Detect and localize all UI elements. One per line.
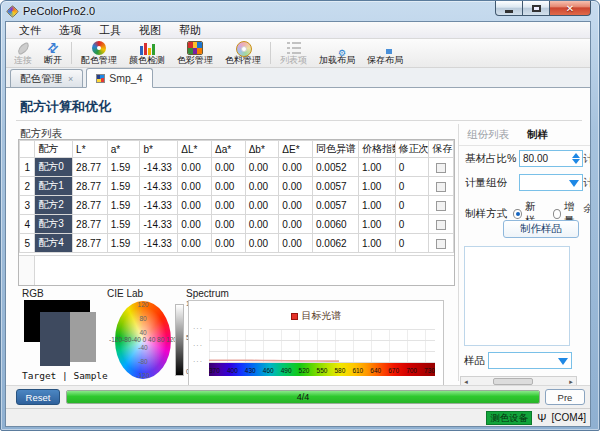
status-bar: 测色设备 Ψ [COM4] xyxy=(6,408,590,426)
table-empty-area xyxy=(19,255,454,285)
maximize-button[interactable] xyxy=(523,1,549,16)
minimize-button[interactable] xyxy=(495,1,523,16)
table-row[interactable]: 4配方328.771.59-14.330.000.000.000.000.006… xyxy=(20,215,454,234)
scrollbar-thumb[interactable] xyxy=(493,378,533,385)
b-tick: 80 xyxy=(139,315,146,322)
make-sample-button[interactable]: 制作样品 xyxy=(503,220,579,238)
device-status-badge: 测色设备 xyxy=(486,411,532,425)
save-checkbox[interactable] xyxy=(436,182,446,192)
target-color-swatch xyxy=(40,312,70,366)
spectrum-label: Spectrum xyxy=(186,288,444,299)
close-button[interactable]: ✕ xyxy=(549,1,591,16)
tab-bar: 配色管理×Smp_4 xyxy=(6,68,590,88)
spin-down-icon[interactable] xyxy=(572,159,580,164)
spin-up-icon[interactable] xyxy=(572,153,580,158)
reset-button[interactable]: Reset xyxy=(16,389,60,405)
toolbar-button-connect: 连接 xyxy=(8,40,38,66)
toolbar-button-colorant-manage[interactable]: 色料管理 xyxy=(219,40,267,66)
column-header: b* xyxy=(140,141,178,158)
toolbar-button-color-match[interactable]: 配色管理 xyxy=(75,40,123,66)
toolbar-label: 颜色检测 xyxy=(129,56,165,65)
save-cell xyxy=(429,177,454,196)
formula-name-cell[interactable]: 配方2 xyxy=(35,196,73,215)
row-index: 5 xyxy=(20,234,35,253)
save-checkbox[interactable] xyxy=(436,163,446,173)
radio-icon[interactable] xyxy=(513,209,522,219)
column-header: L* xyxy=(73,141,108,158)
component-list-box[interactable] xyxy=(464,246,570,346)
metering-component-dropdown[interactable] xyxy=(519,174,583,191)
value-cell: 0.0052 xyxy=(313,158,359,177)
toolbar-button-save-layout[interactable]: 保存布局 xyxy=(361,40,409,66)
value-cell: 28.77 xyxy=(73,234,108,253)
formula-name-cell[interactable]: 配方4 xyxy=(35,234,73,253)
value-cell: 0.0060 xyxy=(313,215,359,234)
color-manage-icon xyxy=(187,41,203,55)
value-cell: 28.77 xyxy=(73,196,108,215)
load-layout-icon xyxy=(329,41,345,55)
formula-name-cell[interactable]: 配方1 xyxy=(35,177,73,196)
tab-配色管理[interactable]: 配色管理× xyxy=(10,69,83,87)
column-header: Δa* xyxy=(211,141,245,158)
value-cell: -14.33 xyxy=(140,196,178,215)
clipped-label: 计 xyxy=(583,152,591,166)
value-cell: 1.59 xyxy=(107,234,140,253)
menu-item-1[interactable]: 文件 xyxy=(10,22,50,38)
column-header: Δb* xyxy=(245,141,279,158)
save-checkbox[interactable] xyxy=(436,220,446,230)
spectrum-panel: Spectrum 目标光谱 ········· 3704004304604905… xyxy=(186,288,444,390)
value-cell: 0.00 xyxy=(245,215,279,234)
table-row[interactable]: 3配方228.771.59-14.330.000.000.000.000.005… xyxy=(20,196,454,215)
radio-icon[interactable] xyxy=(553,209,562,219)
metering-component-label: 计量组份 xyxy=(465,176,519,190)
window-title: PeColorPro2.0 xyxy=(23,5,95,17)
value-cell: 28.77 xyxy=(73,158,108,177)
value-cell: 0.00 xyxy=(245,177,279,196)
substrate-ratio-input[interactable]: 80.00 xyxy=(519,150,583,167)
value-cell: 0.00 xyxy=(178,158,212,177)
cielab-panel: CIE Lab 1208040-40-80-120 -120-80-40 0 4… xyxy=(107,288,195,388)
menu-item-5[interactable]: 帮助 xyxy=(170,22,210,38)
value-cell: 1.00 xyxy=(358,196,395,215)
tab-Smp_4[interactable]: Smp_4 xyxy=(86,68,152,88)
value-cell: 0.00 xyxy=(279,234,313,253)
table-row[interactable]: 5配方428.771.59-14.330.000.000.000.000.006… xyxy=(20,234,454,253)
x-tick-label: 670 xyxy=(388,367,399,374)
value-cell: 0.00 xyxy=(178,196,212,215)
x-tick-label: 580 xyxy=(334,367,345,374)
toolbar-button-load-layout[interactable]: 加载布局 xyxy=(313,40,361,66)
table-row[interactable]: 1配方028.771.59-14.330.000.000.000.000.005… xyxy=(20,158,454,177)
column-header: 保存 xyxy=(429,141,454,158)
panel-tab-制样[interactable]: 制样 xyxy=(527,128,548,142)
formula-name-cell[interactable]: 配方0 xyxy=(35,158,73,177)
substrate-ratio-value: 80.00 xyxy=(523,153,548,164)
toolbar-button-color-manage[interactable]: 色彩管理 xyxy=(171,40,219,66)
sample-dropdown[interactable] xyxy=(488,352,572,369)
value-cell: -14.33 xyxy=(140,177,178,196)
x-tick-label: 400 xyxy=(227,367,238,374)
spinner-arrows[interactable] xyxy=(570,152,581,165)
formula-name-cell[interactable]: 配方3 xyxy=(35,215,73,234)
save-layout-icon xyxy=(377,41,393,55)
sample-label: 样品 xyxy=(464,354,488,368)
menu-item-3[interactable]: 工具 xyxy=(90,22,130,38)
toolbar-button-disconnect[interactable]: ⇄断开 xyxy=(38,40,68,66)
toolbar-button-color-detect[interactable]: 颜色检测 xyxy=(123,40,171,66)
table-row[interactable]: 2配方128.771.59-14.330.000.000.000.000.005… xyxy=(20,177,454,196)
menu-item-2[interactable]: 选项 xyxy=(50,22,90,38)
wavelength-axis: 370400430460490520550580610640670700730 xyxy=(209,363,435,376)
maximize-icon xyxy=(532,5,541,12)
panel-tab-组份列表[interactable]: 组份列表 xyxy=(467,128,509,142)
app-body: 文件选项工具视图帮助 连接⇄断开配色管理颜色检测色彩管理色料管理列表项加载布局保… xyxy=(5,21,591,427)
save-checkbox[interactable] xyxy=(436,239,446,249)
usb-connector-icon: Ψ xyxy=(537,412,546,424)
column-header: 修正次数 xyxy=(395,141,429,158)
toolbar-button-list-items: 列表项 xyxy=(274,40,313,66)
close-tab-icon[interactable]: × xyxy=(68,74,73,84)
pre-button[interactable]: Pre xyxy=(545,389,585,405)
save-checkbox[interactable] xyxy=(436,201,446,211)
y-tick: ··· xyxy=(193,358,203,365)
menu-item-4[interactable]: 视图 xyxy=(130,22,170,38)
panel-tabs: 组份列表制样 xyxy=(459,124,591,146)
value-cell: 0 xyxy=(395,234,429,253)
